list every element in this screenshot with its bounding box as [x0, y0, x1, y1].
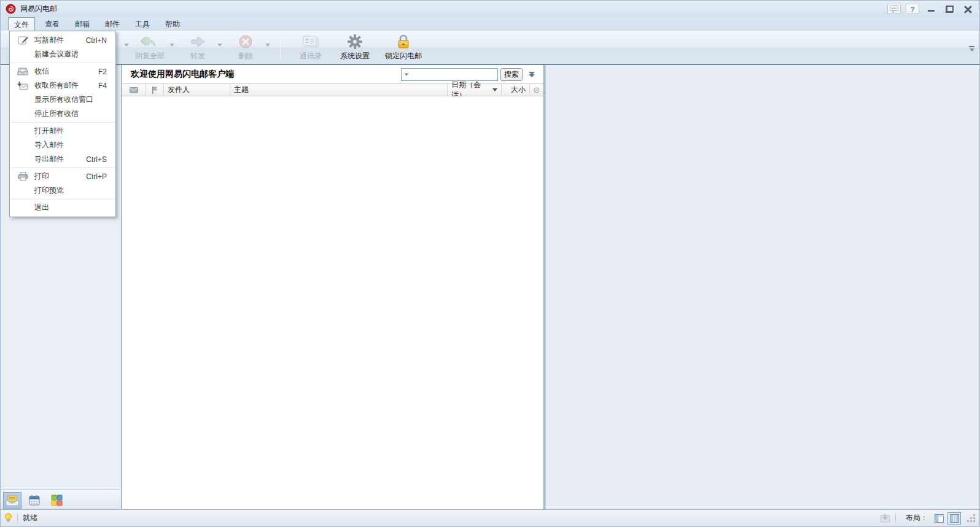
status-text: 就绪 — [23, 513, 37, 523]
no-attachment-icon — [534, 87, 540, 94]
contacts-icon — [289, 33, 332, 50]
inbox-all-icon — [15, 81, 31, 91]
search-button[interactable]: 搜索 — [500, 68, 523, 81]
forward-icon — [178, 33, 217, 50]
column-size[interactable]: 大小 — [502, 84, 530, 96]
column-date[interactable]: 日期（会话） — [448, 84, 502, 96]
menu-item-open-mail[interactable]: 打开邮件 — [10, 124, 115, 138]
toolbar-separator — [280, 34, 281, 59]
feedback-bubble-icon[interactable] — [887, 4, 901, 14]
close-icon[interactable] — [961, 4, 974, 14]
send-receive-icon[interactable] — [880, 514, 890, 523]
menu-separator — [11, 122, 114, 123]
forward-button[interactable]: 转发 — [178, 33, 217, 61]
search-text-field[interactable] — [411, 70, 491, 79]
app-logo-icon — [6, 4, 16, 14]
column-header-row: 发件人 主题 日期（会话） 大小 — [122, 83, 543, 96]
delete-icon — [226, 33, 265, 50]
calendar-view-icon[interactable] — [25, 492, 44, 509]
settings-button[interactable]: 系统设置 — [332, 33, 378, 61]
status-bulb-icon — [4, 513, 12, 523]
menu-item-new-meeting[interactable]: 新建会议邀请 — [10, 47, 115, 61]
minimize-icon[interactable] — [924, 4, 938, 14]
gear-icon — [332, 33, 378, 50]
menu-item-print-preview[interactable]: 打印预览 — [10, 183, 115, 198]
status-bar: 就绪 布局： — [1, 509, 979, 526]
column-sender[interactable]: 发件人 — [164, 84, 230, 96]
menu-item-receive[interactable]: 收信 F2 — [10, 64, 115, 79]
menu-separator — [11, 167, 114, 168]
reply-all-icon — [130, 33, 169, 50]
sidebar-dock — [1, 490, 121, 510]
menu-file[interactable]: 文件 — [8, 17, 35, 31]
layout-label: 布局： — [906, 513, 928, 523]
sort-arrow-icon — [492, 88, 497, 91]
window-title: 网易闪电邮 — [20, 4, 57, 14]
help-glyph: ? — [911, 6, 915, 13]
menu-item-import-mail[interactable]: 导入邮件 — [10, 138, 115, 152]
menu-tools[interactable]: 工具 — [130, 17, 155, 31]
message-list-panel: 欢迎使用网易闪电邮客户端 搜索 — [122, 65, 543, 510]
printer-icon — [15, 172, 31, 181]
reply-dropdown-icon[interactable] — [124, 44, 129, 47]
search-scope-dropdown-icon[interactable] — [405, 73, 408, 75]
status-separator — [17, 514, 18, 523]
search-input[interactable] — [401, 68, 498, 81]
message-list-body[interactable] — [122, 96, 543, 510]
column-attachment[interactable] — [530, 84, 543, 96]
resize-grip[interactable] — [967, 514, 976, 523]
menu-item-stop-receiving[interactable]: 停止所有收信 — [10, 107, 115, 121]
reading-pane — [546, 65, 979, 510]
menu-item-exit[interactable]: 退出 — [10, 201, 115, 215]
toolbar-overflow-icon[interactable] — [969, 46, 974, 52]
column-flag[interactable] — [146, 84, 164, 96]
menu-mailbox[interactable]: 邮箱 — [69, 17, 95, 31]
column-subject[interactable]: 主题 — [230, 84, 448, 96]
menu-item-receive-all[interactable]: 收取所有邮件 F4 — [10, 79, 115, 93]
plugins-view-icon[interactable] — [47, 492, 66, 509]
welcome-text: 欢迎使用网易闪电邮客户端 — [131, 69, 234, 80]
help-icon[interactable]: ? — [906, 4, 919, 14]
menu-help[interactable]: 帮助 — [160, 17, 185, 31]
restore-icon[interactable] — [943, 4, 956, 14]
menu-item-show-receive-windows[interactable]: 显示所有收信窗口 — [10, 93, 115, 107]
app-window: 网易闪电邮 ? 文件 查看 邮箱 邮件 工具 帮助 — [0, 0, 980, 527]
menu-separator — [11, 199, 114, 199]
menu-item-print[interactable]: 打印 Ctrl+P — [10, 169, 115, 183]
status-separator — [895, 514, 896, 523]
menu-separator — [11, 63, 114, 63]
flag-icon — [152, 87, 158, 94]
reply-all-button[interactable]: 回复全部 — [130, 33, 169, 61]
file-menu-popup: 写新邮件 Ctrl+N 新建会议邀请 收信 F2 — [9, 31, 116, 217]
delete-dropdown-icon[interactable] — [265, 44, 270, 47]
reply-all-dropdown-icon[interactable] — [169, 44, 174, 47]
mail-state-icon — [130, 87, 138, 93]
search-expand-icon[interactable] — [529, 72, 535, 77]
menu-view[interactable]: 查看 — [39, 17, 65, 31]
menu-mail[interactable]: 邮件 — [99, 17, 125, 31]
lock-app-button[interactable]: 锁定闪电邮 — [378, 33, 429, 61]
toolbar: 回复全部 转发 删除 — [1, 31, 979, 64]
column-mail-state[interactable] — [122, 84, 146, 96]
layout-vertical-icon[interactable] — [947, 512, 961, 525]
content-area: 欢迎使用网易闪电邮客户端 搜索 — [1, 64, 979, 510]
contacts-button[interactable]: 通讯录 — [289, 33, 332, 61]
inbox-icon — [15, 67, 31, 76]
mail-view-icon[interactable] — [3, 492, 21, 509]
layout-horizontal-icon[interactable] — [932, 512, 946, 525]
title-bar: 网易闪电邮 ? — [1, 1, 979, 17]
menu-bar: 文件 查看 邮箱 邮件 工具 帮助 — [1, 17, 979, 31]
menu-item-compose[interactable]: 写新邮件 Ctrl+N — [10, 33, 115, 47]
forward-dropdown-icon[interactable] — [217, 44, 222, 47]
menu-item-export-mail[interactable]: 导出邮件 Ctrl+S — [10, 152, 115, 166]
compose-icon — [15, 36, 31, 45]
delete-button[interactable]: 删除 — [226, 33, 265, 61]
lock-icon — [378, 33, 429, 50]
